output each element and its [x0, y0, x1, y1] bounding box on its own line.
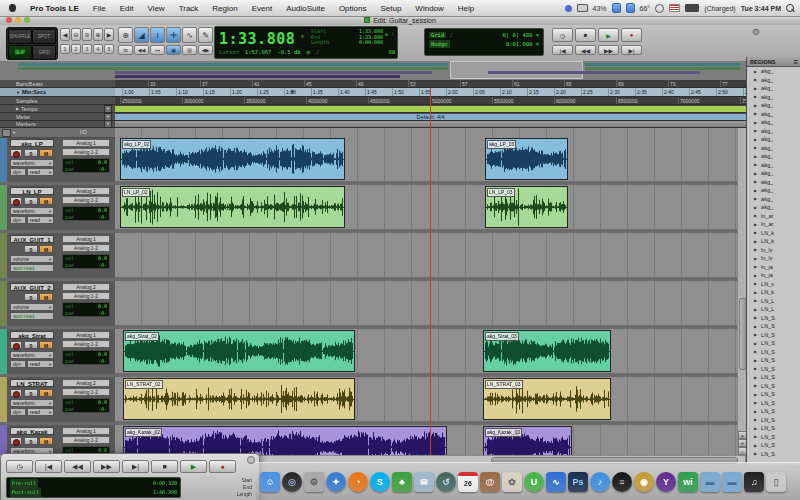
output-selector[interactable]: Analog 1-2: [62, 388, 110, 396]
regions-list-item[interactable]: ▶akg_: [747, 186, 800, 195]
main-counter[interactable]: 1:33.808: [219, 30, 295, 48]
input-selector[interactable]: Analog 2: [62, 379, 110, 387]
regions-list-item[interactable]: ▶LN_S: [747, 348, 800, 357]
regions-list-item[interactable]: ▶LN_k: [747, 288, 800, 297]
nudge-value[interactable]: 0:01.000: [506, 41, 533, 47]
region-expand-icon[interactable]: ▶: [754, 332, 757, 337]
close-window-button[interactable]: [6, 17, 12, 23]
vol-value[interactable]: 0.0: [98, 255, 107, 262]
regions-menu-icon[interactable]: ☰: [794, 59, 798, 65]
spotlight-icon[interactable]: [786, 4, 794, 12]
regions-panel-header[interactable]: REGIONS ☰: [747, 57, 800, 67]
automation-selector[interactable]: read▼: [27, 360, 54, 368]
fast-forward-button[interactable]: ▶▶: [598, 45, 619, 55]
dock-icon-utorrent[interactable]: U: [524, 472, 544, 492]
drive-icon-2[interactable]: [626, 3, 635, 13]
track-color-strip[interactable]: [0, 281, 7, 326]
go-to-end-button[interactable]: ▶|: [621, 45, 642, 55]
menubar-clock[interactable]: Tue 3:44 PM: [741, 5, 781, 12]
input-selector[interactable]: Analog 2: [62, 283, 110, 291]
solo-button[interactable]: S: [24, 197, 38, 205]
ruler-label-samples[interactable]: Samples: [0, 97, 115, 105]
mode-shuffle-button[interactable]: SHUFFLE: [8, 29, 32, 44]
bluetooth-icon[interactable]: [565, 5, 572, 12]
region-expand-icon[interactable]: ▶: [754, 375, 757, 380]
region-expand-icon[interactable]: ▶: [754, 341, 757, 346]
track-color-strip[interactable]: [0, 185, 7, 230]
region-expand-icon[interactable]: ▶: [754, 349, 757, 354]
region-expand-icon[interactable]: ▶: [754, 154, 757, 159]
link-edit-icon[interactable]: ◀◀: [134, 45, 149, 55]
apple-menu-icon[interactable]: [9, 4, 16, 12]
pencil-mode-icon[interactable]: ♪: [316, 49, 319, 55]
ruler-bars[interactable]: 333741454953576165697377: [115, 80, 746, 88]
input-selector[interactable]: Analog 1: [62, 427, 110, 435]
length-value[interactable]: 0:00.000: [359, 40, 383, 46]
mode-grid-button[interactable]: GRID: [32, 45, 56, 60]
regions-list-item[interactable]: ▶akg_: [747, 152, 800, 161]
automation-selector[interactable]: read▼: [27, 216, 54, 224]
postroll-label[interactable]: Post-roll: [10, 488, 41, 497]
track-view-selector[interactable]: waveform▼: [10, 351, 54, 359]
vol-value[interactable]: 0.0: [98, 351, 107, 358]
input-flag-icon[interactable]: [669, 4, 680, 12]
solo-button[interactable]: S: [24, 245, 38, 253]
output-selector[interactable]: Analog 1-2: [62, 244, 110, 252]
regions-list-item[interactable]: ▶LN_S: [747, 314, 800, 323]
track-color-strip[interactable]: [0, 329, 7, 374]
regions-list-item[interactable]: ▶LN_S: [747, 416, 800, 425]
track-color-strip[interactable]: [0, 377, 7, 422]
nudge-label[interactable]: Nudge: [429, 40, 450, 48]
marker-add-icon[interactable]: +: [104, 120, 112, 128]
mode-slip-button[interactable]: SLIP: [8, 45, 32, 60]
universe-viewport[interactable]: [450, 61, 583, 79]
dock-icon-iphoto[interactable]: ✿: [502, 472, 522, 492]
track-name[interactable]: AUX_GUIT_1: [10, 235, 54, 243]
track-name[interactable]: akg_Kazak: [10, 427, 54, 435]
transport-window[interactable]: ◷|◀◀◀▶▶▶|■▶● Pre-roll0:00.328 Post-roll1…: [0, 453, 260, 500]
audio-region[interactable]: LN_LP_03: [485, 186, 568, 228]
track-view-selector[interactable]: waveform▼: [10, 399, 54, 407]
grid-label[interactable]: Grid: [429, 32, 446, 38]
regions-list-item[interactable]: ▶LN_S: [747, 399, 800, 408]
audio-region[interactable]: LN_STRAT_03: [483, 378, 611, 420]
dock-icon-vi-app[interactable]: wi: [678, 472, 698, 492]
dock-icon-green-tree-app[interactable]: ♣: [392, 472, 412, 492]
region-expand-icon[interactable]: ▶: [754, 298, 757, 303]
pan-value[interactable]: ‹0›: [98, 310, 107, 317]
region-expand-icon[interactable]: ▶: [754, 222, 757, 227]
dock-icon-system-preferences[interactable]: ⚙: [304, 472, 324, 492]
play-button[interactable]: ▶: [598, 28, 619, 42]
grid-dropdown-icon[interactable]: ▼: [536, 32, 539, 38]
zoom-right-arrow-icon[interactable]: ▶: [104, 28, 114, 41]
menu-item-region[interactable]: Region: [205, 1, 244, 16]
output-selector[interactable]: Analog 1-2: [62, 292, 110, 300]
menu-item-help[interactable]: Help: [451, 1, 481, 16]
return-to-zero-button[interactable]: |◀: [552, 45, 573, 55]
dock-icon-address-book[interactable]: @: [480, 472, 500, 492]
regions-list-item[interactable]: ▶LN_S: [747, 331, 800, 340]
dock-icon-music-folder[interactable]: ♫: [744, 472, 764, 492]
menu-item-pro-tools-le[interactable]: Pro Tools LE: [23, 1, 86, 16]
input-selector[interactable]: Analog 2: [62, 187, 110, 195]
region-expand-icon[interactable]: ▶: [754, 94, 757, 99]
input-selector[interactable]: Analog 1: [62, 331, 110, 339]
grid-note-icon[interactable]: ♪: [450, 32, 453, 38]
menu-item-file[interactable]: File: [86, 1, 113, 16]
pan-value[interactable]: ‹0›: [98, 358, 107, 365]
grabber-tool[interactable]: ✛: [166, 27, 181, 43]
region-expand-icon[interactable]: ▶: [754, 103, 757, 108]
input-selector[interactable]: Analog 1: [62, 235, 110, 243]
vol-value[interactable]: 0.0: [98, 207, 107, 214]
audio-region[interactable]: LN_STRAT_02: [123, 378, 355, 420]
zoomer-tool[interactable]: ⊕: [118, 27, 133, 43]
regions-list-item[interactable]: ▶ln_ja: [747, 263, 800, 272]
return-to-zero-button[interactable]: |◀: [35, 460, 62, 473]
audio-region[interactable]: akg_LP_03: [485, 138, 568, 180]
record-enable-button[interactable]: [10, 389, 22, 397]
regions-list-item[interactable]: ▶LN_L: [747, 297, 800, 306]
preroll-label[interactable]: Pre-roll: [10, 479, 38, 488]
battery-icon[interactable]: [685, 4, 699, 12]
dyn-selector[interactable]: dyn: [10, 360, 26, 368]
regions-list-item[interactable]: ▶LN_S: [747, 339, 800, 348]
